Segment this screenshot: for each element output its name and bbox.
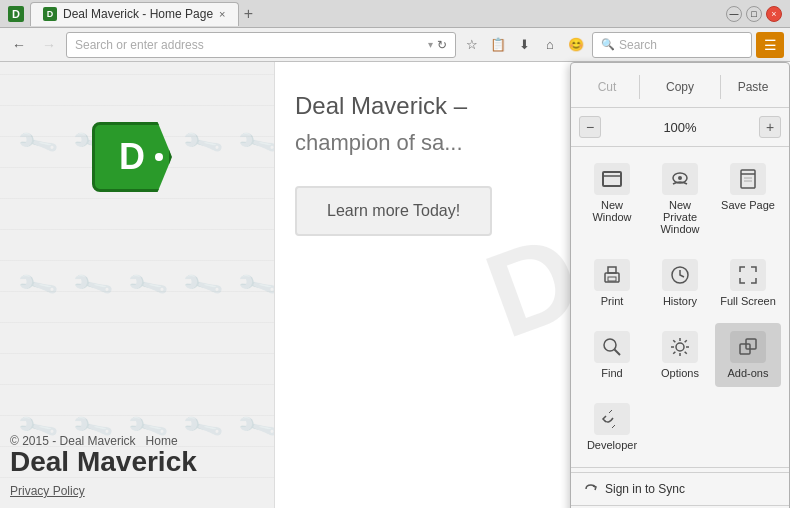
menu-grid-row2: Print History Full Screen: [571, 247, 789, 319]
divider-1: [639, 75, 640, 99]
menu-item-print[interactable]: Print: [579, 251, 645, 315]
print-label: Print: [601, 295, 624, 307]
site-privacy: Privacy Policy: [10, 484, 85, 498]
address-text: Search or enter address: [75, 38, 204, 52]
new-window-label: New Window: [583, 199, 641, 223]
options-icon: [662, 331, 698, 363]
edit-actions-row: Cut Copy Paste: [571, 71, 789, 103]
nav-bar: ← → Search or enter address ▾ ↻ ☆ 📋 ⬇ ⌂ …: [0, 28, 790, 62]
logo-hole: [155, 153, 163, 161]
browser-content: 🔧 🔧 🔧 🔧 🔧 🔧 🔧 🔧 🔧 🔧 🔧 🔧 🔧 🔧 🔧: [0, 62, 790, 508]
svg-point-14: [676, 343, 684, 351]
new-private-window-icon: [662, 163, 698, 195]
back-button[interactable]: ←: [6, 32, 32, 58]
learn-more-button[interactable]: Learn more Today!: [295, 186, 492, 236]
address-bar[interactable]: Search or enter address ▾ ↻: [66, 32, 456, 58]
history-label: History: [663, 295, 697, 307]
sign-in-label: Sign in to Sync: [605, 482, 685, 496]
sign-in-sync-button[interactable]: Sign in to Sync: [571, 472, 789, 505]
menu-bottom-divider: [571, 467, 789, 468]
refresh-icon[interactable]: ↻: [437, 38, 447, 52]
full-screen-label: Full Screen: [720, 295, 776, 307]
search-placeholder: Search: [619, 38, 657, 52]
title-bar: D D Deal Maverick - Home Page × + — □ ×: [0, 0, 790, 28]
menu-grid-row1: New Window New Private Window Save Page: [571, 151, 789, 247]
menu-item-find[interactable]: Find: [579, 323, 645, 387]
menu-button[interactable]: ☰: [756, 32, 784, 58]
copy-label: Copy: [666, 80, 694, 94]
window-controls: — □ ×: [726, 6, 782, 22]
menu-item-full-screen[interactable]: Full Screen: [715, 251, 781, 315]
firefox-menu: Cut Copy Paste − 100% + New Window: [570, 62, 790, 508]
site-name-big: Deal Maverick: [10, 446, 197, 478]
reader-view-icon[interactable]: 📋: [486, 33, 510, 57]
nav-toolbar: ☆ 📋 ⬇ ⌂ 😊: [460, 33, 588, 57]
sync-icon: [583, 481, 599, 497]
menu-item-developer[interactable]: Developer: [579, 395, 645, 459]
new-tab-button[interactable]: +: [239, 4, 259, 24]
svg-rect-4: [741, 170, 755, 188]
home-icon[interactable]: ⌂: [538, 33, 562, 57]
row-divider-2: [571, 146, 789, 147]
search-bar[interactable]: 🔍 Search: [592, 32, 752, 58]
svg-line-13: [615, 350, 621, 356]
print-icon: [594, 259, 630, 291]
bookmark-star-icon[interactable]: ☆: [460, 33, 484, 57]
menu-item-new-window[interactable]: New Window: [579, 155, 645, 243]
full-screen-icon: [730, 259, 766, 291]
svg-point-12: [604, 339, 616, 351]
new-window-icon: [594, 163, 630, 195]
menu-grid-row4: Developer: [571, 391, 789, 463]
svg-rect-9: [608, 267, 616, 273]
copy-button[interactable]: Copy: [644, 80, 716, 94]
forward-button[interactable]: →: [36, 32, 62, 58]
find-icon: [594, 331, 630, 363]
divider-2: [720, 75, 721, 99]
zoom-value: 100%: [605, 120, 755, 135]
logo-shape: D: [92, 122, 182, 202]
pocket-icon[interactable]: ⬇: [512, 33, 536, 57]
menu-item-save-page[interactable]: Save Page: [715, 155, 781, 243]
tab-close-button[interactable]: ×: [219, 9, 225, 20]
menu-item-new-private-window[interactable]: New Private Window: [647, 155, 713, 243]
menu-item-history[interactable]: History: [647, 251, 713, 315]
site-logo-container: D: [92, 122, 182, 202]
profile-icon[interactable]: 😊: [564, 33, 588, 57]
maximize-button[interactable]: □: [746, 6, 762, 22]
menu-grid-row3: Find Options Add-ons: [571, 319, 789, 391]
svg-rect-0: [603, 172, 621, 186]
minimize-button[interactable]: —: [726, 6, 742, 22]
privacy-policy-link[interactable]: Privacy Policy: [10, 484, 85, 498]
developer-label: Developer: [587, 439, 637, 451]
svg-point-3: [678, 176, 682, 180]
new-private-window-label: New Private Window: [651, 199, 709, 235]
find-label: Find: [601, 367, 622, 379]
address-dropdown-icon[interactable]: ▾: [428, 39, 433, 50]
add-ons-icon: [730, 331, 766, 363]
zoom-plus-button[interactable]: +: [759, 116, 781, 138]
tab-title: Deal Maverick - Home Page: [63, 7, 213, 21]
history-icon: [662, 259, 698, 291]
add-ons-label: Add-ons: [728, 367, 769, 379]
zoom-row: − 100% +: [571, 112, 789, 142]
tab-favicon: D: [43, 7, 57, 21]
browser-logo: D: [8, 6, 24, 22]
menu-item-add-ons[interactable]: Add-ons: [715, 323, 781, 387]
browser-tab[interactable]: D Deal Maverick - Home Page ×: [30, 2, 239, 26]
logo-letter: D: [119, 136, 145, 178]
cut-button[interactable]: Cut: [579, 76, 635, 98]
menu-item-options[interactable]: Options: [647, 323, 713, 387]
svg-rect-10: [608, 277, 616, 281]
paste-button[interactable]: Paste: [725, 76, 781, 98]
row-divider-1: [571, 107, 789, 108]
search-icon: 🔍: [601, 38, 615, 51]
logo-tag-shape: D: [92, 122, 172, 192]
save-page-icon: [730, 163, 766, 195]
developer-icon: [594, 403, 630, 435]
save-page-label: Save Page: [721, 199, 775, 211]
site-sidebar: 🔧 🔧 🔧 🔧 🔧 🔧 🔧 🔧 🔧 🔧 🔧 🔧 🔧 🔧 🔧: [0, 62, 275, 508]
options-label: Options: [661, 367, 699, 379]
zoom-minus-button[interactable]: −: [579, 116, 601, 138]
close-button[interactable]: ×: [766, 6, 782, 22]
